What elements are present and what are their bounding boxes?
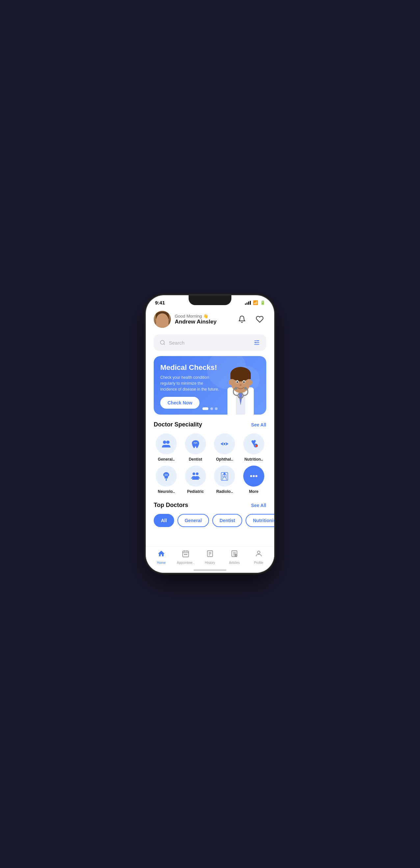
status-time: 9:41	[155, 300, 165, 305]
specialty-neurolo[interactable]: Neurolo..	[154, 466, 179, 494]
home-icon	[157, 550, 165, 560]
check-now-button[interactable]: Check Now	[160, 397, 199, 409]
speciality-section-header: Doctor Speciality See All	[146, 421, 274, 428]
svg-point-48	[253, 475, 255, 477]
svg-point-17	[243, 381, 245, 383]
speciality-grid: General.. Dentist	[146, 433, 274, 494]
profile-icon	[255, 550, 263, 560]
bell-icon	[238, 315, 246, 323]
calendar-icon	[182, 550, 190, 560]
favorites-button[interactable]	[253, 313, 266, 326]
svg-point-46	[224, 473, 225, 475]
svg-point-20	[235, 387, 237, 390]
svg-point-2	[257, 340, 259, 342]
speciality-see-all[interactable]: See All	[251, 422, 266, 427]
user-info: Good Morning 👋 Andrew Ainsley	[175, 314, 217, 325]
battery-icon: 🔋	[260, 300, 265, 305]
search-bar[interactable]: Search	[154, 334, 266, 351]
top-doctors-see-all[interactable]: See All	[251, 503, 266, 508]
top-doctors-section: Top Doctors See All All General Dentist …	[146, 502, 274, 527]
heart-icon	[256, 315, 264, 323]
specialty-nutrition-label: Nutrition..	[244, 457, 263, 462]
specialty-pediatric-icon	[185, 466, 206, 487]
specialty-dentist[interactable]: Dentist	[183, 433, 208, 462]
top-doctors-header: Top Doctors See All	[146, 502, 274, 508]
svg-point-32	[193, 472, 195, 475]
specialty-ophthal-icon	[214, 433, 235, 454]
svg-text:🍎: 🍎	[255, 444, 258, 447]
avatar	[154, 311, 171, 328]
specialty-pediatric-label: Pediatric	[187, 489, 204, 494]
svg-point-66	[257, 551, 260, 554]
svg-point-29	[166, 479, 167, 481]
nav-home-label: Home	[157, 561, 166, 564]
nav-history[interactable]: History	[198, 550, 222, 564]
banner-subtitle: Check your health condition regularly to…	[160, 374, 220, 392]
specialty-more[interactable]: More	[241, 466, 267, 494]
svg-point-23	[166, 441, 169, 444]
svg-point-18	[240, 384, 242, 386]
nav-profile[interactable]: Profile	[247, 550, 271, 564]
bottom-nav: Home Appointme..	[146, 547, 274, 573]
filter-tab-all[interactable]: All	[154, 514, 174, 527]
specialty-radiolo-label: Radiolo..	[216, 489, 233, 494]
speciality-title: Doctor Speciality	[154, 421, 202, 428]
specialty-dentist-label: Dentist	[189, 457, 202, 462]
search-placeholder: Search	[169, 340, 185, 346]
specialty-general[interactable]: General..	[154, 433, 179, 462]
header-left: Good Morning 👋 Andrew Ainsley	[154, 311, 217, 328]
svg-point-22	[163, 441, 166, 444]
specialty-ophthal[interactable]: Ophthal..	[212, 433, 237, 462]
notification-button[interactable]	[235, 313, 249, 326]
svg-rect-55	[185, 554, 186, 555]
header: Good Morning 👋 Andrew Ainsley	[146, 305, 274, 332]
filter-tab-dentist[interactable]: Dentist	[212, 514, 242, 527]
dot-3	[215, 407, 218, 410]
search-icon	[160, 340, 166, 346]
phone-frame: 9:41 📶 🔋	[146, 295, 274, 573]
top-doctors-title: Top Doctors	[154, 502, 188, 508]
specialty-general-label: General..	[158, 457, 175, 462]
filter-icon[interactable]	[253, 339, 260, 346]
home-indicator	[194, 569, 226, 571]
articles-icon	[230, 550, 238, 560]
specialty-general-icon	[156, 433, 177, 454]
medical-banner: Medical Checks! Check your health condit…	[154, 356, 266, 414]
doctor-filter-tabs: All General Dentist Nutritionist	[146, 514, 274, 527]
avatar-face	[156, 313, 169, 328]
specialty-nutrition-icon: 🍎	[243, 433, 264, 454]
specialty-radiolo-icon	[214, 466, 235, 487]
specialty-radiolo[interactable]: Radiolo..	[212, 466, 237, 494]
svg-point-0	[160, 340, 164, 344]
svg-point-12	[229, 380, 233, 385]
dot-2	[210, 407, 213, 410]
user-name: Andrew Ainsley	[175, 319, 217, 325]
filter-tab-general[interactable]: General	[177, 514, 209, 527]
notch	[189, 295, 231, 305]
specialty-neurolo-label: Neurolo..	[158, 489, 175, 494]
specialty-neurolo-icon	[156, 466, 177, 487]
svg-line-34	[191, 477, 192, 478]
nav-home[interactable]: Home	[149, 550, 173, 564]
avatar-image	[154, 311, 171, 328]
svg-point-49	[255, 475, 257, 477]
filter-tab-nutritionist[interactable]: Nutritionist	[246, 514, 274, 527]
nav-appointments-label: Appointme..	[177, 561, 194, 564]
specialty-more-icon	[243, 466, 264, 487]
nav-appointments[interactable]: Appointme..	[173, 550, 198, 564]
history-icon	[206, 550, 214, 560]
svg-line-36	[199, 477, 200, 478]
specialty-dentist-icon	[185, 433, 206, 454]
signal-icon	[245, 301, 251, 305]
dot-1	[202, 407, 208, 410]
nav-articles[interactable]: Articles	[222, 550, 247, 564]
specialty-pediatric[interactable]: Pediatric	[183, 466, 208, 494]
search-left: Search	[160, 340, 185, 346]
svg-rect-11	[230, 374, 251, 379]
svg-rect-54	[184, 554, 185, 555]
phone-screen: 9:41 📶 🔋	[146, 295, 274, 573]
specialty-nutrition[interactable]: 🍎 Nutrition..	[241, 433, 267, 462]
scroll-content[interactable]: Good Morning 👋 Andrew Ainsley	[146, 305, 274, 573]
specialty-more-label: More	[249, 489, 258, 494]
greeting-text: Good Morning 👋	[175, 314, 217, 319]
